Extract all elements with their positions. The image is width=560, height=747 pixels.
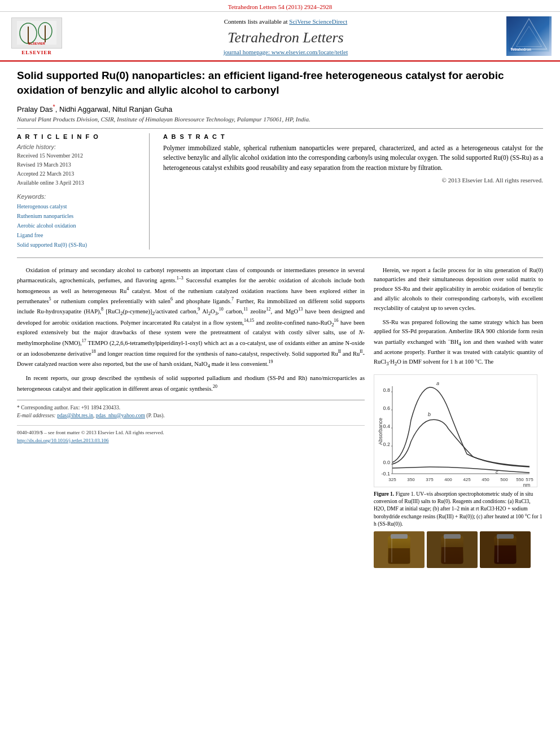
svg-text:400: 400 xyxy=(444,477,452,482)
body-text-col: Oxidation of primary and secondary alcoh… xyxy=(17,266,365,569)
contents-label: Contents lists available at xyxy=(224,18,289,25)
svg-text:Absorbance: Absorbance xyxy=(378,418,383,445)
photo-vial-c xyxy=(480,531,531,568)
email-link-1[interactable]: pdas@ihbt.res.in xyxy=(57,413,93,418)
contents-line: Contents lists available at SciVerse Sci… xyxy=(68,17,504,26)
keyword-3[interactable]: Aerobic alcohol oxidation xyxy=(17,221,135,230)
corresponding-mark: * xyxy=(53,103,55,110)
issn-text: 0040-4039/$ – see front matter © 2013 El… xyxy=(17,429,365,437)
journal-header: ELSEVIER ELSEVIER Contents lists availab… xyxy=(0,12,560,62)
svg-rect-47 xyxy=(444,534,461,539)
article-title: Solid supported Ru(0) nanoparticles: an … xyxy=(17,68,543,97)
copyright: © 2013 Elsevier Ltd. All rights reserved… xyxy=(163,177,543,184)
accepted-date: Accepted 22 March 2013 xyxy=(17,169,135,178)
paragraph-4: SS-Ru was prepared following the same st… xyxy=(374,318,543,368)
sciverse-link[interactable]: SciVerse ScienceDirect xyxy=(289,18,347,25)
author-names: Pralay Das*, Nidhi Aggarwal, Nitul Ranja… xyxy=(17,105,172,113)
journal-homepage[interactable]: journal homepage: www.elsevier.com/locat… xyxy=(68,49,504,55)
online-date: Available online 3 April 2013 xyxy=(17,178,135,187)
figure-label: Figure 1. xyxy=(374,491,394,497)
svg-text:0.8: 0.8 xyxy=(383,387,390,393)
svg-text:Letters: Letters xyxy=(511,48,519,51)
svg-text:b: b xyxy=(428,412,431,417)
svg-text:450: 450 xyxy=(482,477,489,482)
footnotes: * Corresponding author. Fax: +91 1894 23… xyxy=(17,400,365,420)
article-info-col: A R T I C L E I N F O Article history: R… xyxy=(17,133,135,250)
keyword-5[interactable]: Solid supported Ru(0) (SS-Ru) xyxy=(17,240,135,250)
paragraph-2: In recent reports, our group described t… xyxy=(17,374,365,394)
keyword-2[interactable]: Ruthenium nanoparticles xyxy=(17,211,135,221)
keywords-section: Keywords: Heterogenous catalyst Rutheniu… xyxy=(17,193,135,250)
svg-text:0.0: 0.0 xyxy=(383,460,390,465)
elsevier-logo-image: ELSEVIER xyxy=(11,18,62,49)
affiliation: Natural Plant Products Division, CSIR, I… xyxy=(17,116,543,123)
svg-text:425: 425 xyxy=(463,477,471,482)
revised-date: Revised 19 March 2013 xyxy=(17,160,135,169)
body-text: Oxidation of primary and secondary alcoh… xyxy=(17,266,365,394)
tetrahedron-logo: Tetrahedron Letters xyxy=(506,16,552,56)
email-link-2[interactable]: pdas_nhu@yahoo.com xyxy=(96,413,145,418)
figure-caption-text: Figure 1. UV–vis absorption spectrophoto… xyxy=(374,491,542,527)
paragraph-3: Herein, we report a facile process for i… xyxy=(374,266,543,313)
photo-vial-b xyxy=(427,531,478,568)
article-dates: Received 15 November 2012 Revised 19 Mar… xyxy=(17,151,135,187)
svg-text:-0.1: -0.1 xyxy=(381,471,390,477)
keyword-1[interactable]: Heterogenous catalyst xyxy=(17,202,135,211)
svg-text:350: 350 xyxy=(407,477,415,482)
top-bar: Tetrahedron Letters 54 (2013) 2924–2928 xyxy=(0,0,560,12)
keywords-label: Keywords: xyxy=(17,193,135,200)
article-body: Solid supported Ru(0) nanoparticles: an … xyxy=(0,62,560,579)
figure-caption: Figure 1. Figure 1. UV–vis absorption sp… xyxy=(374,491,543,528)
right-body-text: Herein, we report a facile process for i… xyxy=(374,266,543,368)
article-info-header: A R T I C L E I N F O xyxy=(17,133,135,140)
photo-strip xyxy=(374,531,543,568)
info-abstract-section: A R T I C L E I N F O Article history: R… xyxy=(17,133,543,250)
journal-title: Tetrahedron Letters xyxy=(68,29,504,46)
divider-1 xyxy=(17,128,543,129)
svg-text:ELSEVIER: ELSEVIER xyxy=(28,42,45,45)
authors-line: Pralay Das*, Nidhi Aggarwal, Nitul Ranja… xyxy=(17,103,543,113)
svg-text:0.4: 0.4 xyxy=(383,423,390,429)
abstract-text: Polymer immobilized stable, spherical ru… xyxy=(163,143,543,173)
main-content: Oxidation of primary and secondary alcoh… xyxy=(17,266,543,569)
elsevier-logo-area: ELSEVIER ELSEVIER xyxy=(6,18,68,55)
journal-center: Contents lists available at SciVerse Sci… xyxy=(68,17,504,55)
footnote-email: E-mail addresses: pdas@ihbt.res.in, pdas… xyxy=(17,412,365,420)
svg-text:375: 375 xyxy=(426,477,434,482)
keyword-4[interactable]: Ligand free xyxy=(17,230,135,240)
divider-2 xyxy=(17,257,543,258)
abstract-header: A B S T R A C T xyxy=(163,133,543,140)
svg-text:nm: nm xyxy=(523,482,531,487)
svg-text:575: 575 xyxy=(526,477,533,482)
doi-link[interactable]: http://dx.doi.org/10.1016/j.tetlet.2013.… xyxy=(17,437,365,445)
svg-text:550: 550 xyxy=(516,477,524,482)
figure-col: Herein, we report a facile process for i… xyxy=(374,266,543,569)
footnote-corresponding: * Corresponding author. Fax: +91 1894 23… xyxy=(17,404,365,412)
col-divider xyxy=(149,133,150,250)
svg-text:0.6: 0.6 xyxy=(383,405,390,411)
photo-vial-a xyxy=(374,531,425,568)
received-date: Received 15 November 2012 xyxy=(17,151,135,160)
history-label: Article history: xyxy=(17,143,135,150)
paragraph-1: Oxidation of primary and secondary alcoh… xyxy=(17,266,365,370)
svg-rect-42 xyxy=(391,534,408,539)
abstract-col: A B S T R A C T Polymer immobilized stab… xyxy=(163,133,543,250)
uv-vis-chart: Absorbance 0.8 0.6 0.4 0.2 0.0 -0.1 xyxy=(374,374,537,487)
elsevier-wordmark: ELSEVIER xyxy=(21,50,52,55)
bottom-bar: 0040-4039/$ – see front matter © 2013 El… xyxy=(17,425,365,444)
journal-citation: Tetrahedron Letters 54 (2013) 2924–2928 xyxy=(228,3,332,10)
svg-text:325: 325 xyxy=(388,477,396,482)
svg-rect-11 xyxy=(374,375,537,487)
svg-text:c: c xyxy=(496,469,498,475)
svg-text:a: a xyxy=(436,381,439,386)
tetrahedron-logo-area: Tetrahedron Letters xyxy=(504,16,554,56)
svg-rect-52 xyxy=(497,534,514,539)
svg-text:500: 500 xyxy=(500,477,508,482)
svg-text:0.2: 0.2 xyxy=(383,442,390,447)
figure-area: Absorbance 0.8 0.6 0.4 0.2 0.0 -0.1 xyxy=(374,374,543,568)
